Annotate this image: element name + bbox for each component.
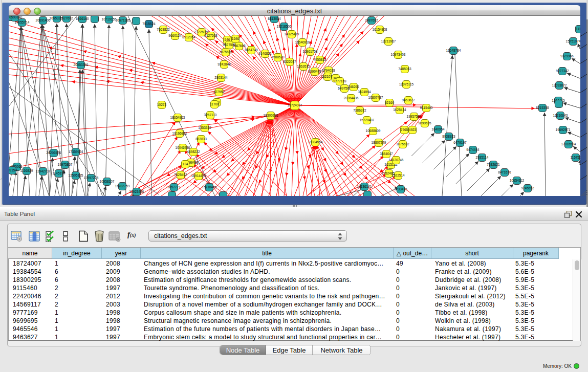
svg-text:9146821: 9146821 — [258, 52, 272, 55]
svg-text:16914479: 16914479 — [191, 174, 206, 178]
svg-text:20053346: 20053346 — [74, 63, 89, 67]
svg-text:16154808: 16154808 — [373, 28, 387, 31]
svg-text:124: 124 — [183, 162, 188, 166]
svg-text:1640954: 1640954 — [431, 127, 445, 131]
svg-text:746266: 746266 — [348, 85, 359, 89]
svg-text:19692971: 19692971 — [556, 128, 571, 132]
svg-text:17016504: 17016504 — [561, 142, 576, 146]
svg-text:9242848: 9242848 — [217, 62, 231, 66]
svg-text:10654112: 10654112 — [510, 179, 525, 182]
svg-text:8938923: 8938923 — [442, 135, 455, 138]
svg-text:887833: 887833 — [195, 137, 207, 141]
svg-text:7625402: 7625402 — [174, 173, 187, 177]
svg-text:26206576: 26206576 — [47, 151, 61, 155]
svg-text:7663822: 7663822 — [157, 28, 170, 31]
svg-text:9329966: 9329966 — [560, 54, 574, 58]
svg-text:4923: 4923 — [409, 128, 417, 132]
svg-text:116753: 116753 — [570, 156, 580, 159]
svg-text:427552: 427552 — [213, 90, 225, 94]
svg-text:12093872: 12093872 — [552, 83, 567, 87]
svg-text:9463627: 9463627 — [402, 98, 415, 102]
svg-text:18724007: 18724007 — [288, 103, 302, 107]
svg-text:2935114: 2935114 — [476, 156, 489, 159]
svg-text:10973403: 10973403 — [391, 53, 406, 56]
svg-text:14055714: 14055714 — [15, 20, 30, 24]
svg-text:16640910: 16640910 — [295, 40, 310, 44]
svg-text:12213967: 12213967 — [381, 39, 396, 43]
svg-text:1546: 1546 — [232, 37, 239, 40]
svg-text:9699695: 9699695 — [418, 121, 431, 125]
svg-text:10671385: 10671385 — [116, 18, 130, 22]
svg-text:10273: 10273 — [157, 103, 166, 106]
svg-text:16782759: 16782759 — [115, 184, 130, 188]
svg-text:7965: 7965 — [401, 128, 408, 132]
svg-text:9115460: 9115460 — [420, 106, 433, 110]
svg-text:6794028: 6794028 — [322, 69, 335, 72]
svg-text:7386372: 7386372 — [353, 108, 366, 112]
svg-text:9227342: 9227342 — [556, 69, 569, 73]
svg-text:10046786: 10046786 — [176, 146, 190, 149]
svg-text:8990448: 8990448 — [308, 70, 321, 73]
svg-text:8454749: 8454749 — [245, 48, 258, 52]
svg-text:10688609: 10688609 — [366, 129, 381, 133]
svg-text:14120746: 14120746 — [389, 158, 404, 162]
svg-text:1145194: 1145194 — [53, 171, 66, 175]
svg-text:19218506: 19218506 — [277, 25, 292, 28]
svg-text:9660124: 9660124 — [168, 34, 182, 37]
svg-text:6466160: 6466160 — [76, 17, 89, 20]
svg-text:19975867: 19975867 — [58, 163, 73, 166]
svg-text:2522514: 2522514 — [391, 173, 405, 177]
svg-text:2867608: 2867608 — [232, 44, 246, 48]
svg-text:9127508: 9127508 — [204, 34, 217, 37]
svg-text:10807487: 10807487 — [368, 96, 383, 99]
svg-text:8215358: 8215358 — [536, 106, 549, 110]
svg-text:1156829: 1156829 — [20, 169, 33, 172]
svg-text:20364436: 20364436 — [344, 96, 359, 100]
svg-text:11700: 11700 — [210, 102, 219, 106]
svg-text:12923446: 12923446 — [129, 190, 144, 193]
svg-text:20691406: 20691406 — [36, 18, 51, 22]
svg-text:16210643: 16210643 — [553, 114, 568, 117]
svg-text:1025434: 1025434 — [393, 108, 406, 112]
svg-text:1112: 1112 — [576, 27, 580, 31]
svg-text:62160: 62160 — [385, 101, 394, 104]
svg-text:16648784: 16648784 — [446, 49, 461, 52]
svg-text:3624554: 3624554 — [358, 90, 371, 94]
svg-text:546: 546 — [225, 38, 230, 41]
svg-text:16961758: 16961758 — [303, 50, 318, 53]
svg-text:1588520: 1588520 — [271, 55, 285, 59]
svg-text:3267110: 3267110 — [204, 113, 217, 117]
svg-text:19384554: 19384554 — [308, 140, 323, 144]
svg-text:14136141: 14136141 — [357, 185, 372, 188]
svg-text:12942737: 12942737 — [36, 169, 51, 173]
svg-text:19957564: 19957564 — [407, 115, 422, 118]
svg-text:1075692: 1075692 — [396, 142, 409, 146]
svg-text:15716485: 15716485 — [202, 185, 217, 189]
svg-text:12505135: 12505135 — [69, 173, 83, 177]
svg-text:39154: 39154 — [9, 168, 17, 172]
svg-text:2803144: 2803144 — [214, 76, 228, 79]
svg-text:1527602: 1527602 — [60, 16, 73, 20]
svg-text:18300295: 18300295 — [264, 114, 278, 117]
svg-text:3675685: 3675685 — [219, 50, 232, 54]
svg-text:9245652: 9245652 — [521, 186, 534, 190]
svg-text:15720407: 15720407 — [360, 118, 375, 122]
svg-text:18807249: 18807249 — [372, 141, 386, 144]
svg-text:18654963: 18654963 — [170, 116, 185, 119]
svg-text:4498222: 4498222 — [187, 150, 200, 154]
svg-text:8471676: 8471676 — [498, 170, 511, 174]
svg-text:17957225: 17957225 — [84, 176, 99, 180]
svg-text:9474444: 9474444 — [466, 148, 480, 151]
svg-text:7515524: 7515524 — [142, 22, 156, 26]
svg-text:8322037: 8322037 — [283, 60, 296, 63]
svg-text:3684047: 3684047 — [380, 152, 393, 156]
svg-text:1353359: 1353359 — [198, 126, 211, 129]
svg-text:7955812: 7955812 — [313, 58, 326, 61]
svg-text:7485063: 7485063 — [398, 67, 411, 71]
svg-text:17359924: 17359924 — [69, 150, 83, 154]
svg-text:7632621: 7632621 — [487, 163, 500, 166]
svg-text:8912954: 8912954 — [182, 35, 195, 39]
svg-text:1362615: 1362615 — [297, 64, 310, 68]
svg-text:2087682: 2087682 — [365, 18, 378, 22]
svg-text:9857771: 9857771 — [167, 185, 181, 189]
